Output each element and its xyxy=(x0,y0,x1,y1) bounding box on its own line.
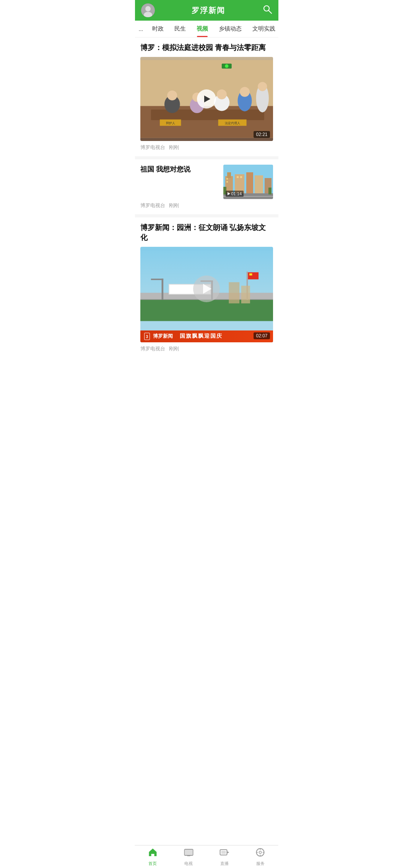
broadcast-banner-text: 国旗飘飘迎国庆 xyxy=(180,333,223,340)
svg-text:法定代理人: 法定代理人 xyxy=(224,121,240,125)
article-2[interactable]: 祖国 我想对您说 xyxy=(135,159,278,199)
duration-2: 01:14 xyxy=(231,191,242,196)
divider-1 xyxy=(135,156,278,159)
svg-point-1 xyxy=(145,6,151,11)
svg-rect-47 xyxy=(140,300,273,321)
svg-rect-44 xyxy=(151,279,163,280)
app-title: 罗浮新闻 xyxy=(192,5,225,16)
svg-rect-35 xyxy=(240,176,242,178)
svg-rect-32 xyxy=(226,178,228,180)
play-button-1[interactable] xyxy=(197,89,216,108)
svg-line-4 xyxy=(268,11,272,14)
svg-rect-43 xyxy=(161,279,163,301)
svg-point-10 xyxy=(167,90,177,100)
svg-rect-27 xyxy=(227,172,231,178)
play-icon-3 xyxy=(203,284,211,294)
svg-rect-52 xyxy=(241,286,250,303)
svg-rect-51 xyxy=(229,282,239,303)
article-3-source: 博罗电视台 xyxy=(140,345,165,352)
article-3-meta: 博罗电视台 刚刚 xyxy=(140,342,273,358)
svg-rect-39 xyxy=(268,188,272,194)
article-2-meta-wrap: 博罗电视台 刚刚 xyxy=(135,199,278,214)
tab-video[interactable]: 视频 xyxy=(191,21,213,37)
broadcast-logo: 3 xyxy=(144,333,150,340)
svg-rect-34 xyxy=(237,176,239,178)
play-icon-1 xyxy=(204,96,210,102)
svg-rect-50 xyxy=(249,273,252,275)
article-3-time: 刚刚 xyxy=(169,345,179,352)
article-1-meta: 博罗电视台 刚刚 xyxy=(140,141,273,156)
duration-badge-1: 02:21 xyxy=(254,131,270,138)
header: 罗浮新闻 xyxy=(135,0,278,21)
svg-text:辩护人: 辩护人 xyxy=(166,121,175,125)
svg-rect-49 xyxy=(248,272,259,279)
tab-minsheng[interactable]: 民生 xyxy=(169,21,191,37)
article-2-title: 祖国 我想对您说 xyxy=(140,165,219,174)
article-1-image[interactable]: 辩护人 法定代理人 02:21 xyxy=(140,57,273,141)
play-button-3[interactable] xyxy=(193,275,220,302)
article-3-title: 博罗新闻：园洲：征文朗诵 弘扬东坡文化 xyxy=(140,223,273,243)
article-1-time: 刚刚 xyxy=(169,144,179,151)
tab-wenming[interactable]: 文明实践 xyxy=(247,21,278,37)
article-3[interactable]: 博罗新闻：园洲：征文朗诵 弘扬东坡文化 xyxy=(135,217,278,358)
tab-shizheng[interactable]: 时政 xyxy=(147,21,169,37)
svg-point-24 xyxy=(225,64,228,68)
svg-point-14 xyxy=(216,89,226,99)
article-1-source: 博罗电视台 xyxy=(140,144,165,151)
article-2-text: 祖国 我想对您说 xyxy=(140,165,219,174)
play-badge-2: 01:14 xyxy=(226,191,244,197)
svg-point-18 xyxy=(258,82,267,91)
tab-xiangzhen[interactable]: 乡镇动态 xyxy=(213,21,247,37)
broadcast-banner: 3 博罗新闻 国旗飘飘迎国庆 xyxy=(140,330,273,342)
article-2-meta: 博罗电视台 刚刚 xyxy=(140,202,273,209)
article-2-image[interactable]: 01:14 xyxy=(223,165,273,199)
divider-2 xyxy=(135,214,278,217)
content: 博罗：模拟法庭进校园 青春与法零距离 xyxy=(135,37,278,384)
svg-rect-33 xyxy=(226,181,228,183)
article-1[interactable]: 博罗：模拟法庭进校园 青春与法零距离 xyxy=(135,37,278,156)
article-2-time: 刚刚 xyxy=(169,202,179,209)
article-3-image[interactable]: 3 博罗新闻 国旗飘飘迎国庆 02:07 xyxy=(140,247,273,342)
svg-point-16 xyxy=(240,87,250,97)
duration-badge-3: 02:07 xyxy=(254,332,270,339)
article-1-title: 博罗：模拟法庭进校园 青春与法零距离 xyxy=(140,43,273,53)
article-2-source: 博罗电视台 xyxy=(140,202,165,209)
tab-extra[interactable]: ... xyxy=(135,21,147,37)
play-icon-small xyxy=(228,192,230,195)
avatar[interactable] xyxy=(141,3,155,17)
broadcast-logo-text: 博罗新闻 xyxy=(153,333,173,340)
nav-tabs: ... 时政 民生 视频 乡镇动态 文明实践 文 xyxy=(135,21,278,37)
search-icon[interactable] xyxy=(262,4,272,16)
